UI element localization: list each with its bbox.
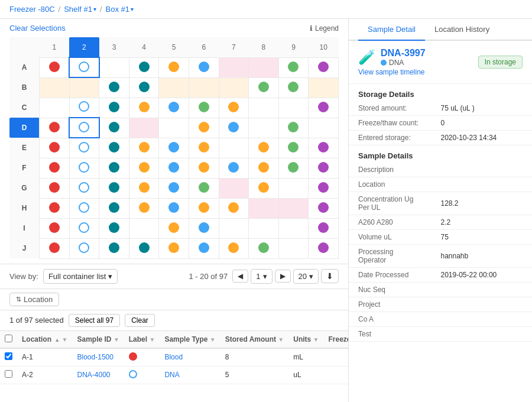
row-checkbox[interactable] xyxy=(5,370,12,378)
cell-A7[interactable] xyxy=(219,57,249,77)
cell-B10[interactable] xyxy=(309,77,339,98)
cell-E10[interactable] xyxy=(309,138,339,158)
prev-page-button[interactable]: ◀ xyxy=(232,270,248,283)
col-header-10[interactable]: 10 xyxy=(309,37,339,57)
cell-H5[interactable] xyxy=(159,198,189,218)
cell-A4[interactable] xyxy=(129,57,159,77)
row-header-H[interactable]: H xyxy=(9,198,40,218)
cell-F4[interactable] xyxy=(129,158,159,178)
row-header-C[interactable]: C xyxy=(9,98,40,118)
cell-A2[interactable] xyxy=(69,57,99,77)
cell-A10[interactable] xyxy=(309,57,339,77)
cell-G10[interactable] xyxy=(309,178,339,198)
cell-F9[interactable] xyxy=(278,158,309,178)
cell-A3[interactable] xyxy=(99,57,129,77)
cell-B6[interactable] xyxy=(189,77,219,98)
cell-F7[interactable] xyxy=(219,158,249,178)
cell-G8[interactable] xyxy=(249,178,279,198)
cell-G2[interactable] xyxy=(69,178,99,198)
cell-F8[interactable] xyxy=(249,158,279,178)
cell-J8[interactable] xyxy=(249,238,279,258)
cell-F6[interactable] xyxy=(189,158,219,178)
tab-location-history[interactable]: Location History xyxy=(425,19,499,41)
sample-type-link[interactable]: Blood xyxy=(164,353,183,361)
sample-id-link[interactable]: DNA-4000 xyxy=(77,371,111,379)
cell-B5[interactable] xyxy=(159,77,189,98)
view-timeline-link[interactable]: View sample timeline xyxy=(358,68,426,76)
sample-name[interactable]: DNA-3997 xyxy=(381,48,426,59)
cell-F2[interactable] xyxy=(69,158,99,178)
col-header-1[interactable]: 1 xyxy=(40,37,70,57)
cell-F3[interactable] xyxy=(99,158,129,178)
cell-C8[interactable] xyxy=(249,98,279,118)
sample-type-link[interactable]: DNA xyxy=(164,371,179,379)
cell-B7[interactable] xyxy=(219,77,249,98)
cell-H8[interactable] xyxy=(249,198,279,218)
cell-D3[interactable] xyxy=(99,118,129,138)
cell-C5[interactable] xyxy=(159,98,189,118)
cell-C4[interactable] xyxy=(129,98,159,118)
cell-A5[interactable] xyxy=(159,57,189,77)
row-header-B[interactable]: B xyxy=(9,77,40,98)
cell-C6[interactable] xyxy=(189,98,219,118)
cell-E3[interactable] xyxy=(99,138,129,158)
cell-C7[interactable] xyxy=(219,98,249,118)
cell-J7[interactable] xyxy=(219,238,249,258)
next-page-button[interactable]: ▶ xyxy=(275,270,291,283)
cell-J10[interactable] xyxy=(309,238,339,258)
cell-H1[interactable] xyxy=(40,198,70,218)
cell-D6[interactable] xyxy=(189,118,219,138)
col-header-2[interactable]: 2 xyxy=(69,37,99,57)
cell-G6[interactable] xyxy=(189,178,219,198)
cell-H2[interactable] xyxy=(69,198,99,218)
row-header-E[interactable]: E xyxy=(9,138,40,158)
col-header-6[interactable]: 6 xyxy=(189,37,219,57)
col-sampleid-header[interactable]: Sample ID ▼ xyxy=(73,331,124,348)
cell-G7[interactable] xyxy=(219,178,249,198)
cell-I1[interactable] xyxy=(40,218,70,238)
breadcrumb-box[interactable]: Box #1 ▾ xyxy=(106,5,134,14)
col-header-8[interactable]: 8 xyxy=(249,37,279,57)
cell-F10[interactable] xyxy=(309,158,339,178)
legend-button[interactable]: ℹ Legend xyxy=(310,24,339,33)
cell-J4[interactable] xyxy=(129,238,159,258)
row-header-G[interactable]: G xyxy=(9,178,40,198)
cell-J5[interactable] xyxy=(159,238,189,258)
clear-selection-button[interactable]: Clear xyxy=(125,314,155,327)
cell-H10[interactable] xyxy=(309,198,339,218)
cell-F1[interactable] xyxy=(40,158,70,178)
row-header-J[interactable]: J xyxy=(9,238,40,258)
cell-I2[interactable] xyxy=(69,218,99,238)
cell-D7[interactable] xyxy=(219,118,249,138)
cell-I7[interactable] xyxy=(219,218,249,238)
cell-G9[interactable] xyxy=(278,178,309,198)
cell-I10[interactable] xyxy=(309,218,339,238)
cell-I6[interactable] xyxy=(189,218,219,238)
cell-G1[interactable] xyxy=(40,178,70,198)
cell-C10[interactable] xyxy=(309,98,339,118)
cell-E7[interactable] xyxy=(219,138,249,158)
cell-H9[interactable] xyxy=(278,198,309,218)
cell-F5[interactable] xyxy=(159,158,189,178)
cell-C2[interactable] xyxy=(69,98,99,118)
breadcrumb-shelf[interactable]: Shelf #1 ▾ xyxy=(64,5,96,14)
cell-I3[interactable] xyxy=(99,218,129,238)
cell-D10[interactable] xyxy=(309,118,339,138)
cell-J2[interactable] xyxy=(69,238,99,258)
row-checkbox[interactable] xyxy=(5,352,12,360)
breadcrumb-freezer[interactable]: Freezer -80C xyxy=(9,5,55,14)
cell-J9[interactable] xyxy=(278,238,309,258)
download-button[interactable]: ⬇ xyxy=(321,269,339,283)
row-header-D[interactable]: D xyxy=(9,118,40,138)
cell-B4[interactable] xyxy=(129,77,159,98)
select-all-button[interactable]: Select all 97 xyxy=(69,314,120,327)
cell-D8[interactable] xyxy=(249,118,279,138)
cell-I8[interactable] xyxy=(249,218,279,238)
cell-E9[interactable] xyxy=(278,138,309,158)
cell-J6[interactable] xyxy=(189,238,219,258)
row-header-F[interactable]: F xyxy=(9,158,40,178)
cell-A1[interactable] xyxy=(40,57,70,77)
clear-selections-link[interactable]: Clear Selections xyxy=(9,24,66,33)
cell-I5[interactable] xyxy=(159,218,189,238)
cell-D9[interactable] xyxy=(278,118,309,138)
